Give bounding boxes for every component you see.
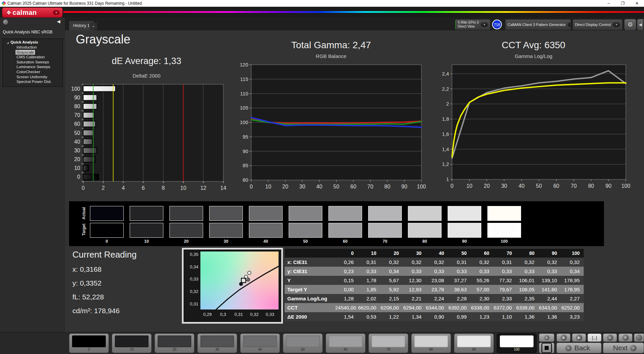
infinity-icon: ∞ bbox=[607, 334, 613, 341]
sidebar-item-saturation-sweeps[interactable]: Saturation Sweeps bbox=[15, 60, 50, 65]
app-diamond-icon bbox=[1, 1, 6, 6]
table-cell: 0,33 bbox=[471, 267, 493, 276]
continuous-read-button[interactable]: ∞ bbox=[603, 333, 617, 342]
pattern-bar: 0102030405060708090100 ▲ ■ ▶ [‥] ∞ ⟳ « B… bbox=[0, 332, 644, 354]
cie-x-tick-label: 0,32 bbox=[250, 312, 259, 317]
tab-device-bar: History 1 + X-Rite i1Pro 3 Direct View ▼… bbox=[65, 18, 644, 30]
pattern-patch-50[interactable]: 50 bbox=[283, 333, 323, 353]
sidebar-item-introduction[interactable]: Introduction bbox=[15, 45, 38, 50]
display-control-dropdown-icon[interactable]: ▼ bbox=[613, 22, 620, 27]
table-cell: 6344,00 bbox=[425, 303, 448, 312]
pattern-generator-dropdown-icon[interactable]: ▼ bbox=[568, 22, 571, 27]
target-swatch-10 bbox=[130, 223, 163, 238]
swatch-columns: 0102030405060708090100 bbox=[90, 206, 521, 244]
patch-label: 0 bbox=[69, 348, 108, 351]
pattern-patch-100[interactable]: 100 bbox=[497, 333, 537, 353]
patch-swatch bbox=[200, 335, 234, 347]
table-cell: 0,32 bbox=[539, 258, 561, 267]
target-swatch-40 bbox=[249, 223, 283, 238]
table-cell: 2,28 bbox=[448, 294, 471, 303]
pattern-patch-40[interactable]: 40 bbox=[240, 333, 280, 353]
next-button[interactable]: Next » bbox=[603, 343, 644, 353]
back-button[interactable]: « Back bbox=[556, 343, 602, 353]
panel-collapse-button[interactable]: ◀ bbox=[637, 19, 644, 30]
display-control-button[interactable]: Direct Display Control ▼ bbox=[573, 19, 622, 30]
deltae-bar-chart: 024681012141009080706050403020100 bbox=[66, 80, 227, 193]
sidebar-item-colorchecker[interactable]: ColorChecker bbox=[15, 69, 41, 75]
patch-swatch bbox=[115, 335, 149, 347]
pattern-patch-90[interactable]: 90 bbox=[454, 333, 494, 353]
pattern-patch-30[interactable]: 30 bbox=[197, 333, 237, 353]
rainbow-gradient-bar bbox=[63, 11, 644, 13]
sidebar-item-luminance-sweeps[interactable]: Luminance Sweeps bbox=[15, 64, 51, 69]
patch-label: 70 bbox=[369, 348, 408, 351]
table-cell: 178,95 bbox=[561, 276, 584, 285]
svg-text:1,4: 1,4 bbox=[442, 146, 449, 152]
sidebar-item-grayscale[interactable]: Grayscale bbox=[15, 50, 35, 55]
pattern-patch-10[interactable]: 10 bbox=[112, 333, 152, 353]
patch-label: 100 bbox=[497, 348, 536, 351]
meter-dropdown-icon[interactable]: ▼ bbox=[481, 22, 488, 27]
refresh-button[interactable]: ⟳ bbox=[618, 333, 633, 342]
extra-transport-button[interactable] bbox=[634, 333, 644, 342]
swatch-column-50: 50 bbox=[289, 206, 322, 244]
pattern-up-button[interactable]: ▲ bbox=[539, 333, 554, 342]
svg-text:80: 80 bbox=[588, 183, 594, 189]
refresh-icon: ⟳ bbox=[622, 334, 629, 341]
table-row-label: CCT bbox=[285, 303, 335, 312]
sidebar-item-cms-calibration[interactable]: CMS Calibration bbox=[15, 55, 46, 60]
swatch-level-label: 80 bbox=[408, 239, 442, 244]
stop-button[interactable]: ■ bbox=[556, 333, 571, 342]
settings-gear-button[interactable]: ⚙ bbox=[624, 19, 636, 30]
play-icon: ▶ bbox=[576, 334, 582, 341]
pattern-patch-20[interactable]: 20 bbox=[155, 333, 194, 353]
sidebar-item-screen-uniformity[interactable]: Screen Uniformity bbox=[15, 75, 48, 80]
svg-text:10: 10 bbox=[265, 184, 271, 189]
calman-logo-button[interactable]: ❖ calman ▼ bbox=[2, 7, 63, 18]
meter-selector-button[interactable]: X-Rite i1Pro 3 Direct View ▼ bbox=[455, 19, 490, 30]
play-button[interactable]: ▶ bbox=[572, 333, 586, 342]
pattern-mode-button[interactable]: [‥] bbox=[587, 333, 602, 342]
close-button[interactable]: ✕ bbox=[630, 0, 644, 7]
svg-text:0: 0 bbox=[451, 183, 454, 189]
table-cell: 0,33 bbox=[358, 267, 380, 276]
swatch-level-label: 30 bbox=[209, 239, 243, 244]
table-cell: 5,92 bbox=[380, 285, 403, 294]
table-header-70: 70 bbox=[493, 249, 516, 258]
actual-swatch-20 bbox=[169, 206, 203, 221]
tree-expand-icon[interactable]: ◢ bbox=[7, 41, 9, 44]
swatch-level-label: 60 bbox=[328, 239, 362, 244]
restore-button[interactable]: ❐ bbox=[616, 0, 630, 7]
tree-root-quick-analysis[interactable]: ◢Quick Analysis bbox=[7, 40, 63, 44]
pattern-patch-80[interactable]: 80 bbox=[411, 333, 451, 353]
calman-logo-text: calman bbox=[12, 9, 37, 17]
pattern-patch-60[interactable]: 60 bbox=[326, 333, 365, 353]
target-swatch-80 bbox=[408, 223, 442, 238]
table-cell: 23,78 bbox=[425, 285, 448, 294]
pattern-patch-70[interactable]: 70 bbox=[368, 333, 408, 353]
calman-menu-dropdown[interactable]: ▼ bbox=[53, 10, 60, 15]
pattern-mode-icon: [‥] bbox=[592, 335, 597, 340]
sidebar-collapse-button[interactable]: ◀ bbox=[57, 19, 60, 24]
sidebar-orb-icon[interactable] bbox=[3, 20, 8, 25]
pattern-window-toggle-button[interactable] bbox=[539, 343, 554, 353]
stop-icon: ■ bbox=[560, 334, 567, 341]
swatch-column-20: 20 bbox=[169, 206, 203, 244]
add-tab-button[interactable]: + bbox=[90, 23, 97, 30]
swatch-column-30: 30 bbox=[209, 206, 243, 244]
pattern-patch-0[interactable]: 0 bbox=[69, 333, 109, 353]
table-cell: 108,05 bbox=[516, 285, 539, 294]
svg-text:6: 6 bbox=[142, 185, 145, 191]
table-header-60: 60 bbox=[471, 249, 493, 258]
table-header-20: 20 bbox=[380, 249, 403, 258]
target-swatch-100 bbox=[487, 223, 521, 238]
swatch-level-label: 90 bbox=[448, 239, 481, 244]
svg-text:1: 1 bbox=[446, 176, 449, 182]
sidebar-item-spectral-power-dist-[interactable]: Spectral Power Dist. bbox=[15, 79, 53, 84]
svg-text:70: 70 bbox=[367, 184, 374, 189]
actual-swatch-90 bbox=[448, 206, 481, 221]
actual-swatch-40 bbox=[249, 206, 283, 221]
minimize-button[interactable]: – bbox=[602, 0, 616, 7]
pattern-generator-button[interactable]: CalMAN Client 3 Pattern Generator ▼ bbox=[505, 19, 571, 30]
patch-label: 40 bbox=[240, 348, 280, 351]
